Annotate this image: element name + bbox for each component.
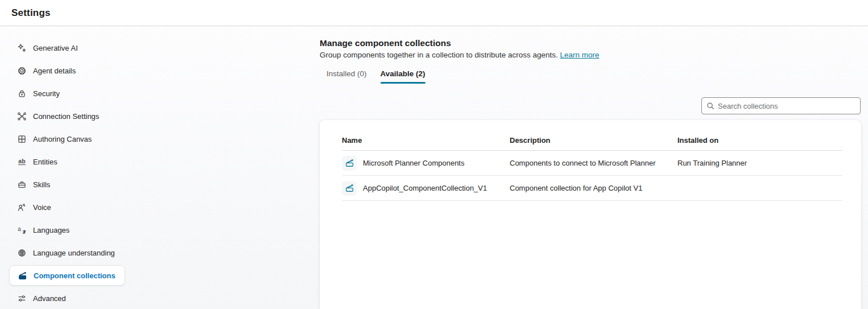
section-title: Manage component collections: [320, 38, 451, 48]
collection-installed-on: Run Training Planner: [677, 159, 842, 167]
sparkle-icon: [17, 43, 27, 53]
collection-icon: [18, 271, 27, 281]
sidebar-item-label: Language understanding: [33, 249, 115, 257]
tab-available[interactable]: Available (2): [374, 66, 432, 84]
section-subtitle: Group components together in a collectio…: [320, 51, 600, 59]
lock-icon: [17, 89, 27, 98]
collection-icon: [342, 181, 357, 196]
briefcase-icon: [17, 180, 27, 189]
sidebar-item-label: Security: [33, 89, 60, 98]
entities-ab-icon: ab: [17, 157, 27, 167]
search-input[interactable]: [718, 102, 855, 110]
sidebar-item-skills[interactable]: Skills: [0, 173, 319, 196]
voice-icon: [17, 203, 27, 212]
sidebar-item-component-collections[interactable]: Component collections: [9, 265, 125, 286]
translate-icon: a: [17, 225, 27, 235]
table-row[interactable]: AppCopilot_ComponentCollection_V1 Compon…: [342, 176, 842, 201]
sidebar-item-languages[interactable]: a Languages: [0, 219, 319, 241]
sidebar-item-security[interactable]: Security: [0, 82, 319, 105]
sidebar-item-label: Component collections: [34, 271, 115, 280]
sidebar-item-authoring-canvas[interactable]: Authoring Canvas: [0, 127, 319, 150]
connections-icon: [17, 112, 27, 121]
sidebar-item-language-understanding[interactable]: Language understanding: [0, 241, 319, 264]
sidebar-item-label: Connection Settings: [33, 112, 99, 121]
gear-icon: [17, 66, 27, 76]
sidebar-item-generative-ai[interactable]: Generative AI: [0, 36, 319, 59]
collection-description: Components to connect to Microsoft Plann…: [510, 159, 677, 167]
table-header-row: Name Description Installed on: [342, 120, 842, 151]
sliders-icon: [17, 294, 27, 303]
grid-icon: [17, 134, 27, 144]
sidebar-item-agent-details[interactable]: Agent details: [0, 59, 319, 82]
sidebar-item-label: Entities: [33, 158, 57, 166]
sidebar-item-label: Agent details: [33, 67, 76, 75]
page-title: Settings: [11, 7, 51, 19]
sidebar-item-voice[interactable]: Voice: [0, 196, 319, 219]
settings-sidebar: Generative AI Agent details Security Con…: [0, 26, 319, 309]
collection-icon: [342, 156, 357, 171]
sidebar-item-connection-settings[interactable]: Connection Settings: [0, 105, 319, 127]
globe-icon: [17, 248, 27, 258]
sidebar-item-label: Authoring Canvas: [33, 135, 92, 143]
sidebar-item-entities[interactable]: ab Entities: [0, 150, 319, 173]
active-tab-underline: [381, 82, 425, 84]
sidebar-item-label: Voice: [33, 203, 51, 212]
search-icon: [706, 102, 714, 110]
column-header-name: Name: [342, 136, 510, 145]
learn-more-link[interactable]: Learn more: [560, 51, 600, 59]
table-row[interactable]: Microsoft Planner Components Components …: [342, 151, 842, 176]
sidebar-item-advanced[interactable]: Advanced: [0, 287, 319, 309]
svg-text:a: a: [18, 226, 21, 232]
sidebar-item-label: Generative AI: [33, 44, 78, 52]
tab-installed[interactable]: Installed (0): [320, 66, 374, 84]
column-header-installed-on: Installed on: [677, 136, 842, 145]
collections-card: Name Description Installed on Microsoft …: [320, 120, 861, 309]
subtitle-text: Group components together in a collectio…: [320, 51, 558, 59]
sidebar-item-label: Languages: [33, 226, 69, 234]
sidebar-item-label: Advanced: [33, 294, 66, 303]
column-header-description: Description: [510, 136, 677, 145]
collection-description: Component collection for App Copilot V1: [510, 184, 677, 192]
sidebar-item-label: Skills: [33, 180, 50, 189]
app-header: Settings: [0, 0, 868, 26]
collections-tabs: Installed (0) Available (2): [320, 66, 432, 84]
collection-name: Microsoft Planner Components: [363, 159, 464, 167]
search-collections-box: [701, 97, 861, 114]
collection-name: AppCopilot_ComponentCollection_V1: [363, 184, 487, 192]
